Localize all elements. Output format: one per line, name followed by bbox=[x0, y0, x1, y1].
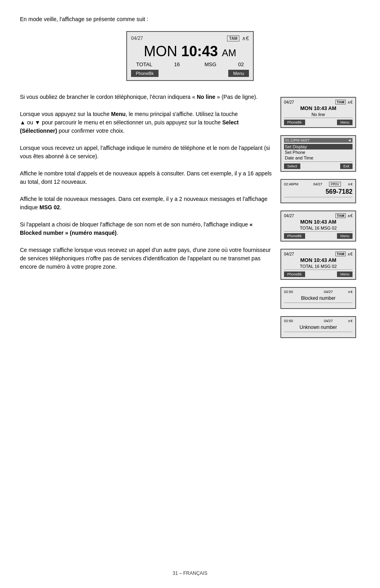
sd6-date: 04/27 bbox=[324, 290, 333, 294]
tam-badge: TAM bbox=[227, 35, 239, 41]
cd-number: 569-7182 bbox=[284, 188, 353, 195]
phonebk-button[interactable]: PhoneBk bbox=[131, 70, 159, 77]
sd4-tam: TAM bbox=[335, 213, 346, 218]
sd5-btn2[interactable]: Menu bbox=[337, 271, 353, 277]
totalcalls-display: 04/27 TAM ∧€ MON 10:43 AM TOTAL 16 MSG 0… bbox=[280, 210, 356, 242]
sd4-antenna: ∧€ bbox=[347, 214, 353, 218]
newmsg-display: 04/27 TAM ∧€ MON 10:43 AM TOTAL 16 MSG 0… bbox=[280, 249, 356, 280]
total-label: TOTAL bbox=[136, 61, 153, 67]
sd1-date: 04/27 bbox=[284, 100, 294, 104]
msg-value: 02 bbox=[238, 61, 244, 67]
md-item2: Set Phone bbox=[284, 149, 353, 155]
md-top-right: ◄ bbox=[348, 138, 351, 142]
cd-date: 04/27 bbox=[313, 182, 322, 186]
sd5-info: TOTAL 16 MSG 02 bbox=[284, 264, 353, 269]
sd1-antenna: ∧€ bbox=[347, 100, 353, 104]
blocked-msg: Blocked number bbox=[284, 295, 353, 301]
cd-time: 02:46PM bbox=[284, 182, 298, 186]
total-value: 16 bbox=[174, 61, 180, 67]
menu-bold: Menu bbox=[111, 111, 126, 117]
md-top-left: 01:12PM 04/27 bbox=[285, 138, 309, 142]
md-btn1[interactable]: Select bbox=[284, 163, 300, 169]
msg-label: MSG bbox=[204, 61, 216, 67]
sd7-time: 02:50 bbox=[284, 319, 293, 323]
callerid-display: 02:46PM 04/27 PRIV ∧€ 569-7182 bbox=[280, 179, 356, 203]
sd5-time: MON 10:43 AM bbox=[284, 257, 353, 263]
blocked-section: Si l'appelant a choisi de bloquer l'affi… bbox=[20, 220, 272, 237]
sd6-time: 02:50 bbox=[284, 290, 293, 294]
cd-badge: PRIV bbox=[329, 182, 341, 187]
sd4-time: MON 10:43 AM bbox=[284, 219, 353, 225]
select-bold: Select (Sélectionner) bbox=[20, 119, 239, 134]
menu-section: Lorsque vous appuyez sur la touche Menu,… bbox=[20, 110, 272, 135]
main-time: 10:43 bbox=[181, 43, 218, 59]
masked-bold: (numéro masqué) bbox=[70, 230, 116, 236]
main-day: MON bbox=[144, 43, 177, 59]
noline-bold: No line bbox=[197, 94, 215, 100]
md-item3: Date and Time bbox=[284, 155, 353, 161]
main-date: 04/27 bbox=[131, 35, 143, 41]
sd4-date: 04/27 bbox=[284, 214, 294, 218]
sd1-noline: No line bbox=[284, 112, 353, 117]
sd4-info: TOTAL 16 MSG 02 bbox=[284, 226, 353, 230]
menu-display: 01:12PM 04/27 ◄ Set Display Set Phone Da… bbox=[280, 135, 356, 172]
sd6-antenna: ∧€ bbox=[348, 290, 353, 294]
md-btn2[interactable]: Exit bbox=[340, 163, 353, 169]
unknown-msg: Unknown number bbox=[284, 324, 353, 330]
msg02-bold: MSG 02 bbox=[39, 204, 60, 210]
antenna-icon: ∧€ bbox=[242, 35, 249, 41]
page-number: 31 – FRANÇAIS bbox=[172, 570, 207, 576]
menu-button[interactable]: Menu bbox=[228, 70, 249, 77]
sd1-btn2[interactable]: Menu bbox=[337, 120, 353, 125]
sd1-tam: TAM bbox=[335, 100, 346, 104]
blocked-display: 02:50 04/27 ∧€ Blocked number bbox=[280, 287, 356, 309]
sd7-antenna: ∧€ bbox=[348, 319, 353, 323]
page-footer: 31 – FRANÇAIS bbox=[0, 570, 380, 576]
sd7-date: 04/27 bbox=[324, 319, 333, 323]
noline-display: 04/27 TAM ∧€ MON 10:43 AM No line PhoneB… bbox=[280, 97, 356, 128]
sd4-btn1[interactable]: PhoneBk bbox=[284, 233, 305, 239]
blocked-bold: « Blocked number » bbox=[20, 221, 253, 236]
noline-section: Si vous oubliez de brancher le cordon té… bbox=[20, 93, 272, 101]
unknown-display: 02:50 04/27 ∧€ Unknown number bbox=[280, 316, 356, 338]
main-ampm: AM bbox=[222, 47, 236, 58]
newmsg-section: Affiche le total de nouveaux messages. D… bbox=[20, 195, 272, 212]
cd-antenna: ∧€ bbox=[348, 182, 353, 186]
sd1-time: MON 10:43 AM bbox=[284, 105, 353, 111]
sd5-antenna: ∧€ bbox=[347, 252, 353, 256]
sd5-tam: TAM bbox=[335, 252, 346, 256]
md-item1: Set Display bbox=[284, 144, 353, 149]
totalcalls-section: Affiche le nombre total d'appels et de n… bbox=[20, 169, 272, 186]
main-display: 04/27 TAM ∧€ MON 10:43 AM TOTAL 16 MSG 0… bbox=[126, 31, 254, 81]
sd5-btn1[interactable]: PhoneBk bbox=[284, 271, 305, 277]
callerid-section: Lorsque vous recevez un appel, l'afficha… bbox=[20, 144, 272, 161]
sd1-btn1[interactable]: PhoneBk bbox=[284, 120, 305, 125]
sd4-btn2[interactable]: Menu bbox=[337, 233, 353, 239]
sd5-date: 04/27 bbox=[284, 252, 294, 256]
unknown-section: Ce message s'affiche lorsque vous receve… bbox=[20, 246, 272, 271]
intro-heading: En mode veille, l'affichage se présente … bbox=[20, 16, 360, 22]
